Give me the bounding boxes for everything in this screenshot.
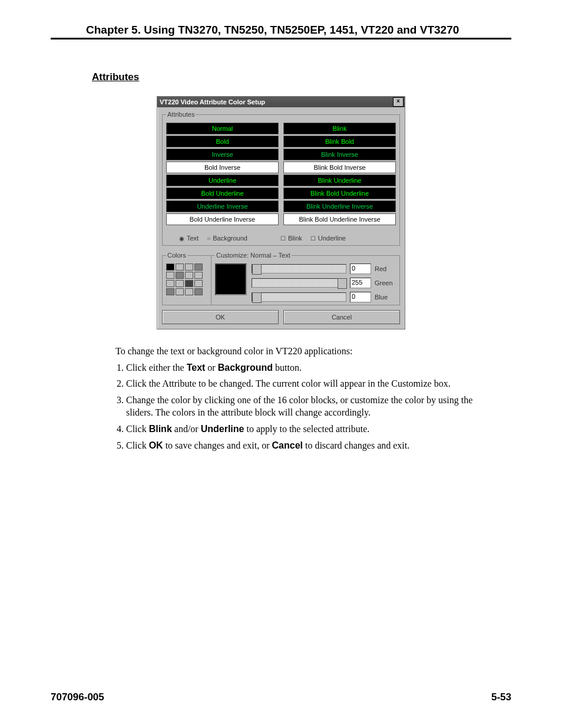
- slider-red[interactable]: [252, 264, 346, 274]
- dialog-title: VT220 Video Attribute Color Setup: [160, 98, 265, 106]
- check-underline-label: Underline: [318, 235, 346, 242]
- color-swatch[interactable]: [176, 272, 184, 279]
- instructions: To change the text or background color i…: [115, 345, 488, 452]
- checkbox-icon: ☐: [280, 235, 286, 242]
- color-swatch[interactable]: [166, 288, 174, 295]
- attribute-button[interactable]: Normal: [166, 123, 279, 134]
- attributes-group: Attributes NormalBlinkBoldBlink BoldInve…: [162, 111, 400, 246]
- color-swatch[interactable]: [185, 272, 193, 279]
- slider-blue[interactable]: [252, 292, 346, 302]
- color-swatch[interactable]: [176, 288, 184, 295]
- attribute-button[interactable]: Underline Inverse: [166, 200, 279, 212]
- ok-button[interactable]: OK: [162, 310, 279, 324]
- attribute-button[interactable]: Blink Bold Inverse: [283, 162, 396, 173]
- color-swatch[interactable]: [185, 280, 193, 287]
- red-value[interactable]: 0: [350, 263, 371, 274]
- attribute-button[interactable]: Blink Inverse: [283, 149, 396, 160]
- color-swatch[interactable]: [194, 272, 203, 279]
- footer-docnum: 707096-005: [51, 691, 104, 703]
- slider-green[interactable]: [252, 278, 346, 288]
- radio-background-label: Background: [213, 235, 247, 242]
- footer-pagenum: 5-53: [491, 691, 511, 703]
- dialog-window: VT220 Video Attribute Color Setup × Attr…: [157, 96, 405, 330]
- attribute-button[interactable]: Bold Inverse: [166, 162, 279, 173]
- attribute-button[interactable]: Blink: [283, 123, 396, 134]
- chapter-header: Chapter 5. Using TN3270, TN5250, TN5250E…: [51, 24, 511, 39]
- checkbox-icon: ☐: [310, 235, 316, 242]
- radio-text-label: Text: [187, 235, 199, 242]
- step-item: Click Blink and/or Underline to apply to…: [126, 423, 488, 436]
- customize-legend: Customize: Normal – Text: [215, 252, 292, 259]
- red-label: Red: [375, 265, 396, 272]
- radio-background[interactable]: ○ Background: [207, 235, 247, 242]
- colors-legend: Colors: [166, 252, 187, 259]
- attribute-button[interactable]: Bold: [166, 136, 279, 147]
- check-blink-label: Blink: [288, 235, 302, 242]
- green-value[interactable]: 255: [350, 278, 371, 288]
- attribute-button[interactable]: Blink Bold: [283, 136, 396, 147]
- attribute-button[interactable]: Underline: [166, 174, 279, 186]
- radio-unselected-icon: ○: [207, 235, 210, 242]
- color-swatch[interactable]: [166, 280, 174, 287]
- color-swatch[interactable]: [166, 263, 174, 271]
- color-palette[interactable]: [166, 263, 207, 295]
- attribute-button[interactable]: Blink Bold Underline Inverse: [283, 213, 396, 225]
- cancel-button[interactable]: Cancel: [283, 310, 400, 324]
- color-swatch[interactable]: [176, 280, 184, 287]
- attribute-button[interactable]: Inverse: [166, 149, 279, 160]
- color-swatch[interactable]: [185, 288, 193, 295]
- attribute-button[interactable]: Bold Underline: [166, 187, 279, 199]
- color-swatch[interactable]: [185, 263, 193, 271]
- color-preview: [215, 263, 247, 295]
- step-item: Click OK to save changes and exit, or Ca…: [126, 439, 488, 452]
- color-swatch[interactable]: [166, 272, 174, 279]
- step-item: Click the Attribute to be changed. The c…: [126, 377, 488, 390]
- attribute-button[interactable]: Bold Underline Inverse: [166, 213, 279, 225]
- check-underline[interactable]: ☐ Underline: [310, 235, 346, 242]
- attribute-button[interactable]: Blink Underline Inverse: [283, 200, 396, 212]
- colors-group: Colors: [162, 252, 211, 305]
- attribute-button[interactable]: Blink Bold Underline: [283, 187, 396, 199]
- color-swatch[interactable]: [194, 280, 203, 287]
- blue-value[interactable]: 0: [350, 292, 371, 302]
- blue-label: Blue: [375, 294, 396, 301]
- customize-group: Customize: Normal – Text 0 Red 255: [211, 252, 400, 305]
- attribute-button[interactable]: Blink Underline: [283, 174, 396, 186]
- close-icon[interactable]: ×: [393, 97, 404, 107]
- color-swatch[interactable]: [176, 263, 184, 271]
- green-label: Green: [375, 279, 396, 286]
- step-item: Click either the Text or Background butt…: [126, 361, 488, 374]
- color-swatch[interactable]: [194, 288, 203, 295]
- section-title: Attributes: [92, 71, 511, 83]
- intro-line: To change the text or background color i…: [115, 345, 488, 358]
- color-swatch[interactable]: [194, 263, 203, 271]
- radio-selected-icon: ◉: [179, 235, 184, 242]
- step-item: Change the color by clicking one of the …: [126, 394, 488, 419]
- radio-text[interactable]: ◉ Text: [179, 235, 199, 242]
- titlebar: VT220 Video Attribute Color Setup ×: [157, 97, 405, 107]
- check-blink[interactable]: ☐ Blink: [280, 235, 302, 242]
- attributes-legend: Attributes: [166, 111, 196, 118]
